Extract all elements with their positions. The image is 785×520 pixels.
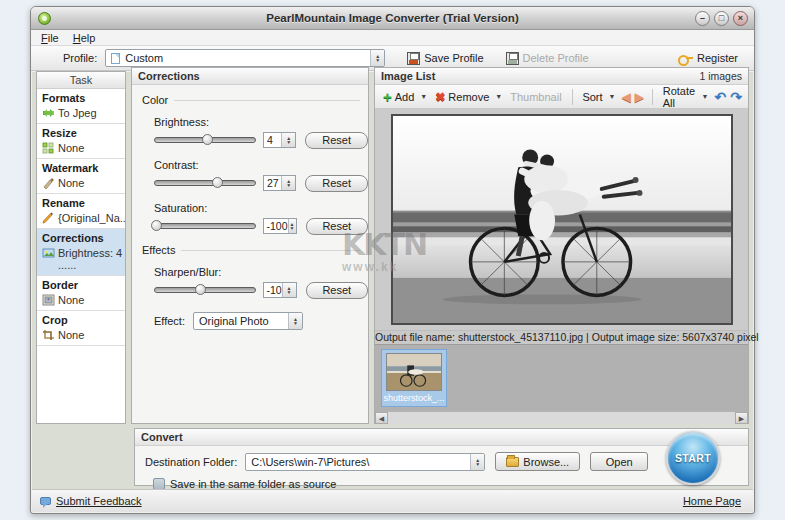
- image-list-toolbar: + Add ▼ ✖ Remove ▼ Thumbnail Sort ▼ ◀ ▶ …: [375, 85, 748, 109]
- brightness-reset-button[interactable]: Reset: [305, 132, 368, 149]
- brightness-row: 4 ▲▼ Reset: [154, 131, 368, 149]
- menu-help[interactable]: Help: [73, 32, 96, 44]
- destination-value: C:\Users\win-7\Pictures\: [246, 456, 470, 468]
- contrast-thumb[interactable]: [212, 177, 223, 188]
- move-right-icon[interactable]: ▶: [635, 90, 644, 104]
- thumbnail-label: shutterstock_...: [382, 393, 446, 403]
- window-title: PearlMountain Image Converter (Trial Ver…: [31, 12, 754, 24]
- scroll-left-icon[interactable]: ◀: [375, 412, 388, 424]
- saturation-thumb[interactable]: [151, 220, 162, 231]
- profile-doc-icon: [111, 53, 120, 64]
- profile-spinner[interactable]: ▲▼: [370, 50, 384, 66]
- effect-row: Effect: Original Photo ▲▼: [154, 312, 368, 330]
- delete-profile-button: Delete Profile: [506, 52, 589, 65]
- task-item-formats[interactable]: Formats To Jpeg: [37, 89, 125, 124]
- sort-dropdown-caret[interactable]: ▼: [609, 93, 616, 100]
- profile-value: Custom: [125, 52, 370, 64]
- add-button[interactable]: + Add ▼: [381, 91, 429, 103]
- sharpen-blur-slider[interactable]: [154, 283, 256, 297]
- task-panel: Task Formats To Jpeg Resize None Waterma…: [36, 71, 126, 424]
- horizontal-scrollbar[interactable]: ◀ ▶: [375, 411, 748, 424]
- effect-combobox[interactable]: Original Photo ▲▼: [193, 312, 303, 330]
- crop-icon: [42, 329, 55, 341]
- brightness-slider[interactable]: [154, 133, 256, 147]
- submit-feedback-link[interactable]: Submit Feedback: [56, 495, 142, 507]
- effect-spinner[interactable]: ▲▼: [288, 313, 302, 329]
- convert-panel: Convert Destination Folder: C:\Users\win…: [134, 428, 749, 486]
- move-left-icon[interactable]: ◀: [622, 90, 631, 104]
- status-bar: Submit Feedback Home Page: [32, 489, 753, 512]
- feedback-bubble-icon: [40, 497, 51, 505]
- contrast-slider[interactable]: [154, 176, 256, 190]
- destination-combobox[interactable]: C:\Users\win-7\Pictures\ ▲▼: [245, 453, 485, 471]
- saturation-row: -100 ▲▼ Reset: [154, 217, 368, 235]
- saturation-label: Saturation:: [154, 202, 368, 214]
- home-page-link[interactable]: Home Page: [683, 495, 741, 507]
- plus-icon: +: [383, 91, 392, 103]
- rotate-all-dropdown-caret[interactable]: ▼: [702, 93, 709, 100]
- task-item-corrections[interactable]: Corrections Brightness: 4 ......: [37, 229, 125, 276]
- register-button[interactable]: Register: [678, 52, 738, 64]
- rotate-left-icon[interactable]: ↶: [715, 89, 727, 105]
- sharpen-blur-label: Sharpen/Blur:: [154, 266, 368, 278]
- folder-icon: [506, 457, 519, 467]
- rotate-right-icon[interactable]: ↷: [730, 89, 742, 105]
- app-window: PearlMountain Image Converter (Trial Ver…: [30, 6, 755, 514]
- saturation-spinner[interactable]: ▲▼: [288, 219, 296, 233]
- image-list-header: Image List: [381, 68, 435, 84]
- contrast-reset-button[interactable]: Reset: [305, 175, 368, 192]
- preview-image: [391, 114, 733, 325]
- add-dropdown-caret[interactable]: ▼: [420, 93, 427, 100]
- title-bar[interactable]: PearlMountain Image Converter (Trial Ver…: [31, 7, 754, 30]
- task-header: Task: [37, 72, 125, 89]
- profile-combobox[interactable]: Custom ▲▼: [105, 49, 385, 67]
- remove-button[interactable]: ✖ Remove ▼: [433, 91, 504, 103]
- scroll-track[interactable]: [388, 412, 735, 424]
- task-item-crop[interactable]: Crop None: [37, 311, 125, 346]
- menu-file[interactable]: File: [41, 32, 59, 44]
- start-button[interactable]: START: [666, 431, 720, 485]
- task-item-resize[interactable]: Resize None: [37, 124, 125, 159]
- task-corrections-more: ......: [58, 259, 125, 271]
- corrections-header: Corrections: [132, 68, 368, 85]
- close-button[interactable]: ×: [733, 11, 748, 26]
- browse-button[interactable]: Browse...: [495, 452, 580, 471]
- sharpen-blur-reset-button[interactable]: Reset: [306, 282, 369, 299]
- color-group-label: Color: [142, 94, 360, 106]
- brightness-thumb[interactable]: [202, 134, 213, 145]
- app-icon: [38, 12, 51, 25]
- saturation-slider[interactable]: [154, 219, 256, 233]
- scroll-right-icon[interactable]: ▶: [735, 412, 748, 424]
- remove-dropdown-caret[interactable]: ▼: [495, 93, 502, 100]
- rotate-all-button[interactable]: Rotate All ▼: [661, 85, 711, 109]
- resize-icon: [42, 142, 55, 154]
- sort-button[interactable]: Sort ▼: [580, 91, 617, 103]
- saturation-value-box[interactable]: -100 ▲▼: [263, 218, 297, 234]
- thumbnail-photo: [386, 353, 442, 391]
- image-list-panel: Image List 1 images + Add ▼ ✖ Remove ▼ T…: [374, 67, 749, 424]
- task-item-watermark[interactable]: Watermark None: [37, 159, 125, 194]
- task-item-border[interactable]: Border None: [37, 276, 125, 311]
- contrast-label: Contrast:: [154, 159, 368, 171]
- corrections-icon: [42, 247, 55, 259]
- profile-label: Profile:: [63, 52, 97, 64]
- menu-bar: File Help: [31, 30, 754, 46]
- brightness-value-box[interactable]: 4 ▲▼: [263, 132, 296, 148]
- delete-icon: [506, 52, 519, 65]
- task-item-rename[interactable]: Rename {Original_Na...: [37, 194, 125, 229]
- sharpen-blur-spinner[interactable]: ▲▼: [282, 283, 296, 297]
- saturation-reset-button[interactable]: Reset: [306, 218, 369, 235]
- border-icon: [42, 294, 55, 306]
- thumbnail-item[interactable]: shutterstock_...: [381, 349, 447, 407]
- minimize-button[interactable]: –: [695, 11, 710, 26]
- sharpen-blur-value-box[interactable]: -10 ▲▼: [263, 282, 297, 298]
- sharpen-blur-thumb[interactable]: [195, 284, 206, 295]
- maximize-button[interactable]: □: [714, 11, 729, 26]
- destination-spinner[interactable]: ▲▼: [470, 454, 484, 470]
- open-button[interactable]: Open: [590, 452, 648, 471]
- preview-area: [375, 109, 748, 330]
- save-profile-button[interactable]: Save Profile: [407, 52, 483, 65]
- brightness-spinner[interactable]: ▲▼: [281, 133, 295, 147]
- contrast-spinner[interactable]: ▲▼: [281, 176, 295, 190]
- contrast-value-box[interactable]: 27 ▲▼: [263, 175, 296, 191]
